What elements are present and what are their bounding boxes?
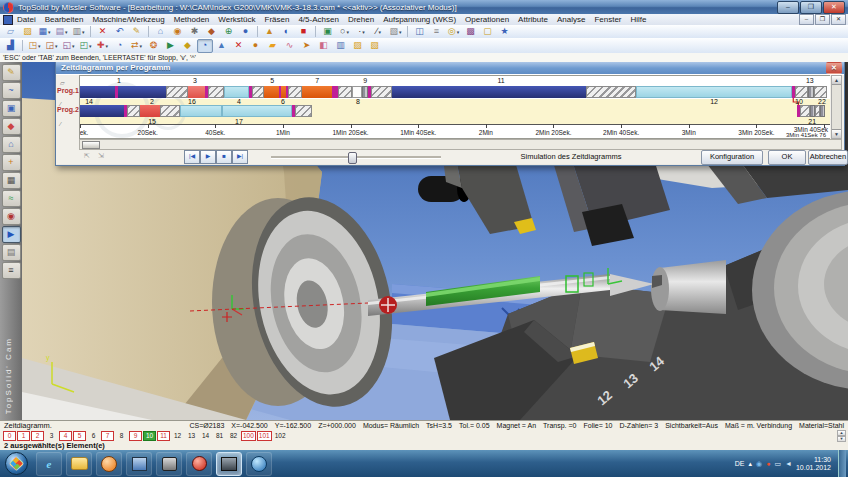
gantt-segment[interactable] xyxy=(127,105,140,117)
security-icon[interactable]: ◉ xyxy=(756,460,762,467)
wizard-icon[interactable]: ◲▾ xyxy=(44,39,60,53)
path-show-icon[interactable]: ∿ xyxy=(282,39,298,53)
menu-item-fenster[interactable]: Fenster xyxy=(594,15,621,24)
simulate-icon[interactable]: ▶ xyxy=(163,39,179,53)
show-hidden-icon[interactable]: ▴ xyxy=(749,460,753,467)
gantt-segment[interactable] xyxy=(118,86,166,98)
cad-viewer-app[interactable] xyxy=(126,452,152,476)
visibility-icon[interactable]: ◎▾ xyxy=(446,25,462,39)
ok-button[interactable]: OK xyxy=(768,150,806,165)
layer-button-2[interactable]: 2 xyxy=(31,431,44,441)
menu-item-drehen[interactable]: Drehen xyxy=(348,15,374,24)
delete-icon[interactable]: ✕ xyxy=(95,25,111,39)
gantt-segment[interactable] xyxy=(80,105,124,117)
tool-lib-icon[interactable]: + xyxy=(2,154,21,171)
gantt-segment[interactable] xyxy=(80,86,115,98)
dialog-close-icon[interactable]: ✕ xyxy=(826,62,842,74)
print-icon[interactable]: ▥▾ xyxy=(71,25,87,39)
topsolid-app[interactable] xyxy=(216,452,242,476)
menu-item-aufspannung-wks-[interactable]: Aufspannung (WKS) xyxy=(383,15,456,24)
layer-button-101[interactable]: 101 xyxy=(257,431,272,441)
gantt-segment[interactable] xyxy=(636,86,792,98)
mdi-document-icon[interactable] xyxy=(3,15,13,25)
sync-icon[interactable]: ⇄▾ xyxy=(129,39,145,53)
layer-button-9[interactable]: 9 xyxy=(129,431,142,441)
team-icon[interactable]: ★ xyxy=(497,25,513,39)
gantt-segment[interactable] xyxy=(160,105,180,117)
file-explorer[interactable] xyxy=(66,452,92,476)
gantt-segment[interactable] xyxy=(166,86,188,98)
layer-icon[interactable]: ≡ xyxy=(429,25,445,39)
gantt-segment[interactable] xyxy=(222,105,292,117)
layer-button-1[interactable]: 1 xyxy=(17,431,30,441)
gantt-segment[interactable] xyxy=(188,86,205,98)
dropdown-arrow-icon[interactable]: ▾ xyxy=(82,29,85,35)
menu-item-fr-sen[interactable]: Fräsen xyxy=(265,15,290,24)
open-icon[interactable]: ▨ xyxy=(20,25,36,39)
settings-icon[interactable]: ≡ xyxy=(2,262,21,279)
dropdown-arrow-icon[interactable]: ▾ xyxy=(140,43,143,49)
assembly-icon[interactable]: ⌂ xyxy=(2,136,21,153)
gantt-segment[interactable] xyxy=(800,105,810,117)
step-back-button[interactable]: |◀ xyxy=(184,150,200,164)
dropdown-arrow-icon[interactable]: ▾ xyxy=(72,43,75,49)
maximize-button[interactable]: ❐ xyxy=(800,1,822,14)
ball-icon[interactable]: ● xyxy=(248,39,264,53)
step-forward-button[interactable]: ▶| xyxy=(232,150,248,164)
dropdown-arrow-icon[interactable]: ▾ xyxy=(38,43,41,49)
language-indicator[interactable]: DE xyxy=(735,460,745,467)
layer-button-7[interactable]: 7 xyxy=(101,431,114,441)
database-app[interactable] xyxy=(186,452,212,476)
menu-item-analyse[interactable]: Analyse xyxy=(557,15,585,24)
report-icon[interactable]: ▥ xyxy=(333,39,349,53)
layer-button-11[interactable]: 11 xyxy=(157,431,170,441)
title-bar[interactable]: TopSolid by Missler Software - [Bearbeit… xyxy=(0,0,848,14)
stock-icon[interactable]: ▣ xyxy=(320,25,336,39)
taskbar-clock[interactable]: 11:30 10.01.2012 xyxy=(796,456,834,472)
gantt-segment[interactable] xyxy=(371,86,392,98)
close-button[interactable]: ✕ xyxy=(823,1,845,14)
gantt-segment[interactable] xyxy=(208,86,224,98)
surface-icon[interactable]: ◆ xyxy=(2,118,21,135)
insert-icon[interactable]: ▤▾ xyxy=(54,25,70,39)
speed-slider[interactable] xyxy=(271,156,441,159)
layer-button-6[interactable]: 6 xyxy=(87,431,100,441)
undo-icon[interactable]: ↶ xyxy=(112,25,128,39)
menu-item-hilfe[interactable]: Hilfe xyxy=(631,15,647,24)
menu-item-werkst-ck[interactable]: Werkstück xyxy=(218,15,255,24)
compare-icon[interactable]: ◧ xyxy=(316,39,332,53)
document-manager-icon[interactable]: ▟ xyxy=(3,39,19,53)
wcs-icon[interactable]: ⊕ xyxy=(221,25,237,39)
menu-item-bearbeiten[interactable]: Bearbeiten xyxy=(45,15,84,24)
dropdown-arrow-icon[interactable]: ▾ xyxy=(362,29,365,35)
abbrechen-button[interactable]: Abbrechen xyxy=(808,150,848,165)
gantt-segment[interactable] xyxy=(302,86,332,98)
minimize-button[interactable]: – xyxy=(777,1,799,14)
gantt-segment[interactable] xyxy=(224,86,249,98)
network-icon[interactable]: ▭ xyxy=(774,460,781,467)
web-browser-app[interactable] xyxy=(246,452,272,476)
gantt-segment[interactable] xyxy=(252,86,264,98)
konfiguration-button[interactable]: Konfiguration xyxy=(701,150,763,165)
gantt-segment[interactable] xyxy=(814,86,827,98)
mdi-restore-button[interactable]: ❐ xyxy=(815,14,830,25)
zoom-icon[interactable]: ○▾ xyxy=(337,25,353,39)
nc-icon[interactable]: ◆ xyxy=(180,39,196,53)
time-diagram-icon[interactable]: ◔ xyxy=(197,39,213,53)
gantt-segment[interactable] xyxy=(140,105,160,117)
status-spinner[interactable]: ▲▼ xyxy=(837,430,846,442)
layer-button-8[interactable]: 8 xyxy=(115,431,128,441)
layer-button-4[interactable]: 4 xyxy=(59,431,72,441)
machine-icon[interactable]: ⌂ xyxy=(153,25,169,39)
gantt-segment[interactable] xyxy=(338,86,352,98)
window-layout-icon[interactable]: ◫ xyxy=(412,25,428,39)
tool-change-icon[interactable]: ✚▾ xyxy=(95,39,111,53)
internet-explorer[interactable]: e xyxy=(36,452,62,476)
dropdown-arrow-icon[interactable]: ▾ xyxy=(55,43,58,49)
menu-item-datei[interactable]: Datei xyxy=(17,15,36,24)
op-tree-icon[interactable]: ◳▾ xyxy=(27,39,43,53)
layer-button-3[interactable]: 3 xyxy=(45,431,58,441)
layer-button-102[interactable]: 102 xyxy=(273,431,288,441)
gantt-vertical-scrollbar[interactable]: ▲▼ xyxy=(831,75,842,139)
gantt-segment[interactable] xyxy=(795,86,808,98)
